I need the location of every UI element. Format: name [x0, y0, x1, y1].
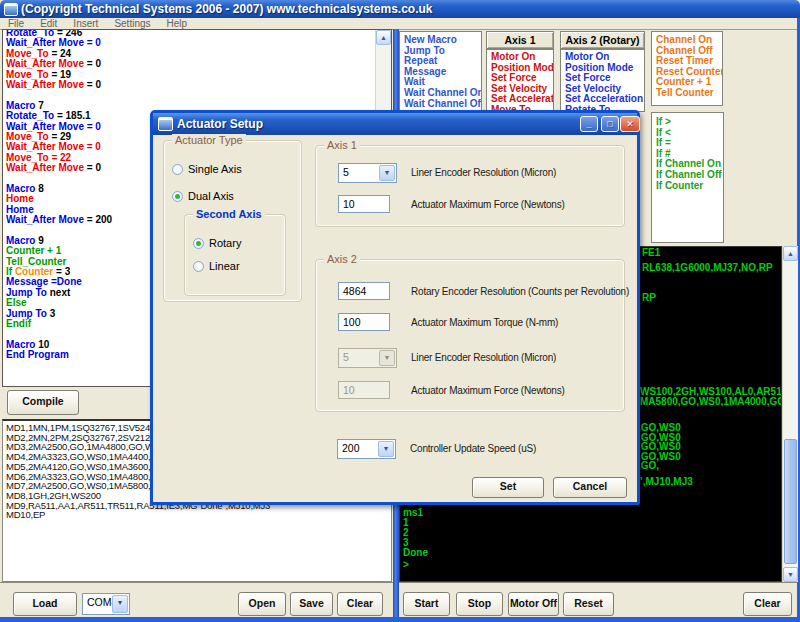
controller-update-speed-select[interactable]: 200 ▼: [337, 439, 396, 459]
axis2-rotary-resolution-input[interactable]: 4864: [338, 282, 390, 300]
terminal-line: FE1: [642, 247, 660, 258]
main-titlebar: (Copyright Technical Systems 2006 - 2007…: [0, 0, 800, 18]
start-button[interactable]: Start: [403, 592, 450, 616]
field-label: Actuator Maximum Torque (N-mm): [411, 317, 558, 328]
radio-circle-icon: [172, 191, 183, 202]
axis2-command-list: Motor OnPosition ModeSet ForceSet Veloci…: [560, 49, 645, 112]
command-item[interactable]: Tell Counter: [652, 88, 722, 99]
command-item[interactable]: If >: [652, 117, 723, 128]
macro-line: Wait_After Move = 0: [6, 80, 375, 90]
chevron-down-icon[interactable]: ▼: [112, 595, 128, 613]
menu-item-settings[interactable]: Settings: [109, 18, 155, 29]
reset-button[interactable]: Reset: [563, 592, 614, 616]
axis1-command-list: Motor OnPosition ModeSet ForceSet Veloci…: [486, 49, 554, 112]
application-window: (Copyright Technical Systems 2006 - 2007…: [0, 0, 800, 622]
field-label: Liner Encoder Resolution (Micron): [411, 352, 556, 363]
command-item[interactable]: New Macro: [400, 35, 481, 46]
terminal-line: Done: [403, 547, 428, 558]
terminal-line: RP: [642, 292, 656, 303]
actuator-type-group: Actuator Type Single Axis Dual Axis Seco…: [163, 140, 302, 302]
set-button[interactable]: Set: [472, 477, 544, 498]
axis1-max-force-input[interactable]: 10: [338, 195, 390, 213]
axis1-column-header: Axis 1 (Linear): [486, 31, 554, 49]
clear-left-button[interactable]: Clear: [337, 592, 383, 616]
cancel-button[interactable]: Cancel: [553, 477, 627, 498]
minimize-icon[interactable]: _: [580, 116, 598, 132]
save-button[interactable]: Save: [290, 592, 333, 616]
field-label: Rotary Encoder Resolution (Counts per Re…: [411, 286, 629, 297]
chevron-down-icon[interactable]: ▼: [379, 165, 395, 181]
group-label: Axis 1: [324, 139, 360, 151]
terminal-scrollbar[interactable]: ▲ ▼: [782, 246, 798, 582]
actuator-setup-dialog: Actuator Setup _ □ ✕ Actuator Type Singl…: [150, 110, 640, 505]
axis2-max-force-input-disabled: 10: [338, 381, 390, 399]
field-label: Controller Update Speed (uS): [410, 443, 536, 454]
radio-circle-icon: [193, 261, 204, 272]
dialog-body: Actuator Type Single Axis Dual Axis Seco…: [153, 135, 637, 502]
terminal-line: MA5800,GO,WS0,1MA4000,GO,W: [640, 396, 782, 407]
axis2-encoder-resolution-select-disabled: 5 ▼: [338, 348, 397, 368]
compile-button[interactable]: Compile: [7, 390, 79, 415]
dialog-title: Actuator Setup: [177, 113, 263, 135]
terminal-line: ,GO,: [638, 460, 659, 471]
command-item[interactable]: If Channel Off: [652, 170, 723, 181]
group-label: Axis 2: [324, 253, 360, 265]
command-item[interactable]: Wait Channel Off: [400, 99, 481, 110]
scroll-down-icon[interactable]: ▼: [783, 567, 798, 582]
terminal-line: ",MJ10,MJ3: [638, 476, 693, 487]
axis2-max-torque-input[interactable]: 100: [338, 313, 390, 331]
axis2-column-header: Axis 2 (Rotary): [560, 31, 645, 49]
terminal-line: RL638,1G6000,MJ37,NO,RP: [642, 262, 773, 273]
menu-item-help[interactable]: Help: [162, 18, 193, 29]
app-icon: [4, 3, 18, 16]
field-label: Actuator Maximum Force (Newtons): [411, 199, 565, 210]
clear-right-button[interactable]: Clear: [743, 592, 792, 616]
menu-item-edit[interactable]: Edit: [35, 18, 62, 29]
open-button[interactable]: Open: [238, 592, 286, 616]
motor-off-button[interactable]: Motor Off: [508, 592, 559, 616]
close-icon[interactable]: ✕: [620, 116, 640, 132]
scroll-up-icon[interactable]: ▲: [376, 30, 391, 45]
axis1-group: Axis 1 5 ▼ Liner Encoder Resolution (Mic…: [315, 145, 625, 227]
bottom-left-toolbar: Load COM4 ▼ Open Save Clear: [0, 582, 393, 617]
dialog-titlebar: Actuator Setup _ □ ✕: [153, 113, 637, 135]
macro-line: [6, 90, 375, 100]
field-label: Actuator Maximum Force (Newtons): [411, 385, 565, 396]
axis1-encoder-resolution-select[interactable]: 5 ▼: [338, 163, 397, 183]
command-item[interactable]: Channel On: [652, 35, 722, 46]
com-port-select[interactable]: COM4 ▼: [82, 593, 130, 615]
group-label: Second Axis: [193, 208, 265, 220]
scrollbar-thumb[interactable]: [784, 439, 797, 564]
field-label: Liner Encoder Resolution (Micron): [411, 167, 556, 178]
window-border-bottom: [0, 617, 800, 622]
conditional-command-list: If >If <If =If #If Channel OnIf Channel …: [651, 112, 724, 243]
group-label: Actuator Type: [172, 134, 246, 146]
terminal-line: >: [403, 559, 409, 570]
command-item[interactable]: Motor On: [561, 52, 644, 63]
maximize-icon[interactable]: □: [601, 116, 619, 132]
command-item[interactable]: Wait Channel On: [400, 88, 481, 99]
channel-command-list: Channel OnChannel OffReset TimerReset Co…: [651, 31, 723, 106]
radio-circle-icon: [193, 238, 204, 249]
chevron-down-icon[interactable]: ▼: [378, 441, 394, 457]
axis2-group: Axis 2 4864 Rotary Encoder Resolution (C…: [315, 259, 625, 412]
load-button[interactable]: Load: [13, 592, 77, 616]
window-title: (Copyright Technical Systems 2006 - 2007…: [21, 0, 433, 18]
radio-circle-icon: [172, 164, 183, 175]
menu-item-insert[interactable]: Insert: [68, 18, 103, 29]
chevron-down-icon: ▼: [379, 350, 395, 366]
bottom-right-toolbar: Start Stop Motor Off Reset Clear: [399, 582, 797, 617]
code-line: MD10,EP: [6, 510, 270, 520]
dialog-icon: [158, 117, 173, 131]
second-axis-group: Second Axis Rotary Linear: [184, 214, 286, 296]
command-item[interactable]: Motor On: [487, 52, 553, 63]
scroll-up-icon[interactable]: ▲: [783, 246, 798, 261]
command-item[interactable]: If Counter: [652, 181, 723, 192]
stop-button[interactable]: Stop: [456, 592, 503, 616]
menu-item-file[interactable]: File: [3, 18, 29, 29]
